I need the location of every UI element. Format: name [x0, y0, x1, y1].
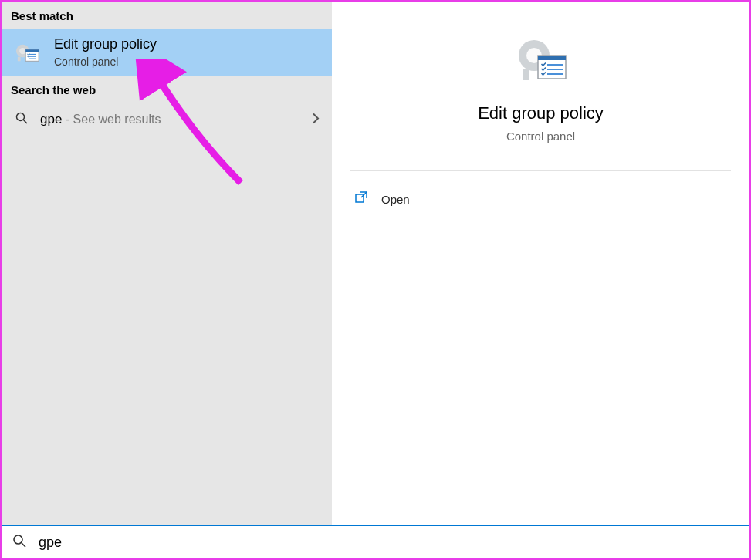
gpedit-icon — [15, 40, 40, 65]
gpedit-icon-large — [513, 32, 569, 88]
result-text: Edit group policy Control panel — [54, 36, 157, 68]
svg-rect-6 — [29, 56, 36, 56]
results-pane: Best match Edit group policy — [2, 2, 332, 525]
web-query-text: gpe — [40, 112, 62, 127]
best-match-result[interactable]: Edit group policy Control panel — [2, 29, 332, 76]
svg-line-9 — [24, 120, 28, 124]
svg-rect-15 — [547, 64, 563, 66]
web-row-text: gpe - See web results — [40, 112, 161, 127]
search-icon — [12, 534, 26, 552]
svg-line-20 — [22, 543, 25, 547]
web-search-result[interactable]: gpe - See web results — [2, 103, 332, 137]
preview-pane: Edit group policy Control panel Open — [332, 2, 749, 525]
svg-point-8 — [17, 113, 25, 121]
svg-rect-4 — [25, 49, 39, 52]
open-label: Open — [381, 193, 410, 206]
preview-header: Edit group policy Control panel — [350, 2, 731, 171]
search-icon — [15, 112, 28, 127]
svg-rect-12 — [523, 69, 529, 80]
svg-rect-2 — [18, 56, 21, 61]
preview-title: Edit group policy — [478, 103, 604, 123]
svg-point-19 — [14, 535, 22, 544]
svg-rect-7 — [29, 58, 36, 59]
svg-rect-14 — [538, 56, 566, 60]
open-action[interactable]: Open — [355, 187, 726, 211]
web-hint-text: - See web results — [62, 113, 161, 126]
search-web-header: Search the web — [2, 76, 332, 103]
search-input[interactable] — [39, 535, 739, 551]
svg-rect-17 — [547, 73, 563, 75]
preview-subtitle: Control panel — [506, 130, 575, 143]
result-subtitle: Control panel — [54, 56, 157, 68]
search-bar[interactable] — [2, 525, 749, 558]
search-results-window: Best match Edit group policy — [2, 2, 749, 525]
chevron-right-icon — [312, 112, 320, 128]
open-icon — [355, 191, 367, 207]
best-match-header: Best match — [2, 2, 332, 29]
result-title: Edit group policy — [54, 36, 157, 52]
preview-actions: Open — [332, 171, 749, 227]
svg-point-1 — [19, 47, 25, 53]
svg-rect-16 — [547, 69, 563, 70]
svg-rect-5 — [29, 53, 36, 54]
